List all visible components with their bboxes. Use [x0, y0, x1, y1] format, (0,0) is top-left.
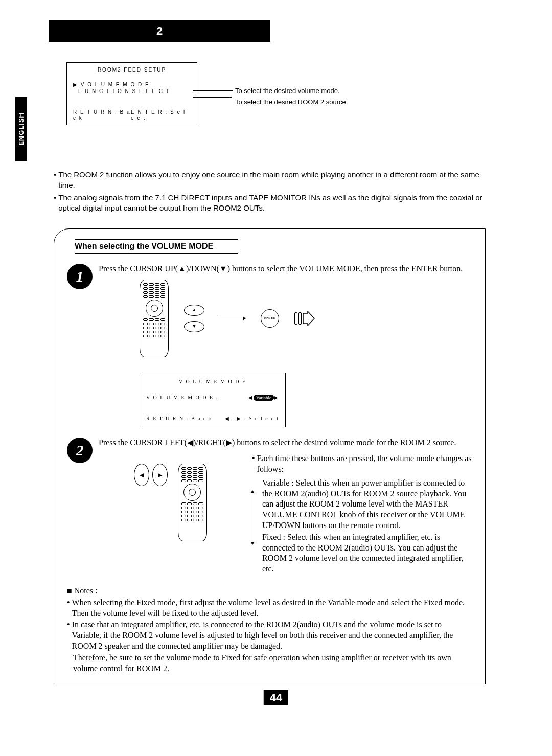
note-2b: Therefore, be sure to set the volume mod… — [73, 653, 472, 674]
section-number: 2 — [156, 25, 163, 38]
instruction-panel: When selecting the VOLUME MODE 1 Press t… — [54, 228, 486, 684]
callout-label-function: To select the desired ROOM 2 source. — [235, 98, 348, 106]
remote-illustration — [178, 464, 207, 541]
osd-item-volume-mode: ▶ V O L U M E M O D E — [73, 82, 191, 87]
then-arrow-icon — [294, 311, 315, 326]
mode-variable: Variable : Select this when an power amp… — [262, 478, 472, 531]
left-button-icon: ◀ — [134, 464, 149, 486]
osd-vol-title: V O L U M E M O D E — [146, 378, 279, 385]
step1-text: Press the CURSOR UP(▲)/DOWN(▼) buttons t… — [99, 264, 472, 274]
up-button-icon: ▲ — [184, 305, 204, 316]
cycle-arrow-icon — [252, 491, 252, 544]
intro-bullet-2: The analog signals from the 7.1 CH DIREC… — [58, 193, 486, 214]
callout-label-volume: To select the desired volume mode. — [235, 87, 340, 95]
callout-line — [193, 97, 232, 98]
step2-each-text: Each time these buttons are pressed, the… — [257, 453, 472, 475]
arrow-icon — [220, 318, 245, 318]
osd-vol-select: ◀ , ▶ : S e l e c t — [225, 415, 279, 422]
mode-fixed: Fixed : Select this when an integrated a… — [262, 532, 472, 575]
down-button-icon: ▼ — [184, 321, 204, 332]
setup-diagram: ROOM2 FEED SETUP ▶ V O L U M E M O D E F… — [66, 62, 516, 144]
osd-screen-setup: ROOM2 FEED SETUP ▶ V O L U M E M O D E F… — [66, 62, 197, 125]
section-title-box: 2 — [49, 20, 270, 42]
osd-item-function-select: F U N C T I O N S E L E C T — [73, 88, 191, 94]
remote-illustration — [140, 280, 169, 357]
step-number-1: 1 — [67, 264, 93, 289]
osd-vol-return: R E T U R N : B a c k — [146, 415, 213, 422]
page-number: 44 — [264, 690, 288, 705]
osd-title: ROOM2 FEED SETUP — [73, 67, 191, 73]
enter-button-icon: ENTER — [261, 309, 279, 328]
note-2: In case that an integrated amplifier, et… — [72, 620, 472, 651]
left-right-buttons: ◀ ▶ — [134, 464, 168, 486]
step2-text: Press the CURSOR LEFT(◀)/RIGHT(▶) button… — [99, 438, 472, 448]
osd-screen-volume-mode: V O L U M E M O D E V O L U M E M O D E … — [140, 373, 286, 428]
osd-enter-label: E N T E R : S e l e c t — [131, 109, 191, 121]
language-tab: ENGLISH — [15, 97, 27, 161]
intro-bullet-1: The ROOM 2 function allows you to enjoy … — [58, 170, 486, 191]
notes-heading: ■ Notes : — [67, 586, 472, 597]
step-2: 2 Press the CURSOR LEFT(◀)/RIGHT(▶) butt… — [67, 438, 472, 576]
intro-text: •The ROOM 2 function allows you to enjoy… — [54, 170, 486, 213]
note-1: When selecting the Fixed mode, first adj… — [72, 598, 472, 619]
osd-vol-label: V O L U M E M O D E : — [146, 394, 218, 401]
callout-line — [193, 90, 233, 91]
osd-return-label: R E T U R N : B a c k — [73, 109, 131, 121]
step-1: 1 Press the CURSOR UP(▲)/DOWN(▼) buttons… — [67, 264, 472, 427]
osd-vol-value: ◀Variable▶ — [248, 394, 279, 401]
notes-block: ■ Notes : •When selecting the Fixed mode… — [67, 586, 472, 674]
right-button-icon: ▶ — [152, 464, 168, 486]
step-number-2: 2 — [67, 438, 93, 463]
subheading: When selecting the VOLUME MODE — [75, 239, 238, 254]
